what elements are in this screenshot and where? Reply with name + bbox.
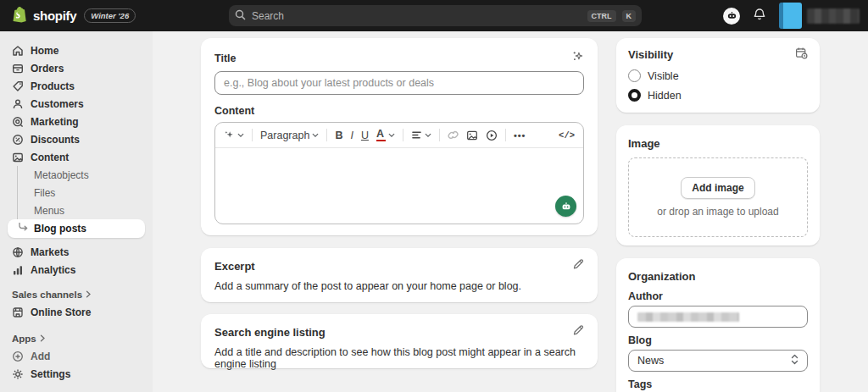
sidebar-item-markets[interactable]: Markets — [0, 243, 153, 261]
sidebar-label: Analytics — [31, 264, 75, 276]
magic-sparkle-icon[interactable] — [571, 50, 584, 66]
sidebar-item-marketing[interactable]: Marketing — [0, 113, 153, 130]
seo-card-title: Search engine listing — [214, 326, 326, 339]
home-icon — [12, 45, 24, 57]
sidebar-item-add-app[interactable]: Add — [0, 347, 153, 365]
image-card: Image Add image or drop an image to uplo… — [616, 125, 820, 246]
sidebar-label: Products — [31, 80, 75, 92]
radio-selected — [628, 89, 641, 102]
sidebar-sublabel: Files — [34, 187, 55, 199]
sidebar-item-content[interactable]: Content — [0, 148, 153, 166]
search-engine-listing-card: Search engine listing Add a title and de… — [201, 314, 598, 368]
author-field-label: Author — [628, 290, 808, 302]
visibility-card: Visibility Visible Hidden — [616, 38, 820, 113]
sidebar-label: Customers — [31, 98, 84, 110]
sidekick-ai-button[interactable] — [555, 196, 576, 217]
visibility-option-hidden[interactable]: Hidden — [628, 89, 808, 102]
apps-section-header[interactable]: Apps — [0, 329, 153, 347]
seo-description: Add a title and description to see how t… — [214, 346, 584, 370]
sales-channels-section-header[interactable]: Sales channels — [0, 285, 153, 303]
blog-select[interactable]: News — [628, 350, 808, 372]
rich-text-editor: Paragraph B I U A — [214, 122, 584, 224]
section-header-label: Apps — [12, 334, 36, 344]
content-editor-area[interactable] — [215, 148, 583, 224]
author-value-redacted — [637, 312, 739, 322]
ai-magic-button[interactable] — [224, 130, 244, 141]
search-placeholder-text: Search — [252, 10, 581, 22]
sidebar-navigation: Home Orders Products Customers Marketing… — [0, 31, 153, 392]
title-input[interactable] — [214, 71, 584, 95]
sidebar-label: Home — [31, 45, 58, 57]
online-store-icon — [12, 306, 24, 318]
sidebar-item-menus[interactable]: Menus — [0, 202, 153, 219]
top-bar: shopify Winter '26 Search CTRL K — [0, 0, 868, 31]
section-header-label: Sales channels — [12, 290, 82, 300]
bold-button[interactable]: B — [335, 130, 342, 141]
chevron-right-icon — [86, 290, 92, 300]
sidekick-assistant-button[interactable] — [723, 8, 740, 25]
sidebar-item-products[interactable]: Products — [0, 77, 153, 95]
sidebar-item-metaobjects[interactable]: Metaobjects — [0, 166, 153, 184]
account-menu[interactable] — [779, 0, 860, 31]
search-icon — [235, 8, 246, 24]
toolbar-divider — [326, 129, 327, 141]
visibility-option-visible[interactable]: Visible — [628, 69, 808, 82]
shopify-logo[interactable]: shopify Winter '26 — [12, 0, 136, 31]
title-content-card: Title Content Paragraph — [201, 38, 598, 235]
sidebar-label: Orders — [31, 63, 64, 75]
alignment-button[interactable] — [411, 130, 431, 141]
sidebar-label: Add — [31, 351, 50, 362]
editor-toolbar: Paragraph B I U A — [215, 123, 583, 148]
insert-link-button[interactable] — [448, 130, 459, 141]
sidebar-item-orders[interactable]: Orders — [0, 59, 153, 77]
content-icon — [12, 152, 24, 163]
orders-icon — [12, 63, 24, 75]
sidebar-item-discounts[interactable]: Discounts — [0, 130, 153, 148]
edit-pencil-icon[interactable] — [572, 324, 584, 340]
image-dropzone[interactable]: Add image or drop an image to upload — [628, 157, 808, 237]
organization-card-title: Organization — [628, 270, 695, 283]
shopify-wordmark: shopify — [33, 8, 76, 23]
image-card-title: Image — [628, 137, 660, 150]
drop-hint-text: or drop an image to upload — [657, 206, 778, 218]
sidebar-label: Marketing — [31, 116, 79, 128]
author-input[interactable] — [628, 306, 808, 328]
sidebar-label: Markets — [31, 246, 69, 258]
global-search[interactable]: Search CTRL K — [229, 5, 642, 26]
sidebar-item-home[interactable]: Home — [0, 41, 153, 59]
paragraph-style-dropdown[interactable]: Paragraph — [260, 130, 319, 141]
sidebar-item-analytics[interactable]: Analytics — [0, 261, 153, 279]
text-color-button[interactable]: A — [376, 130, 395, 141]
blog-field-label: Blog — [628, 334, 808, 346]
shopify-bag-icon — [12, 6, 27, 26]
sidebar-label: Settings — [31, 368, 70, 380]
toolbar-divider — [505, 129, 506, 141]
radio-label: Hidden — [648, 90, 682, 102]
sidebar-item-online-store[interactable]: Online Store — [0, 303, 153, 321]
markets-globe-icon — [12, 246, 24, 258]
sidebar-item-customers[interactable]: Customers — [0, 95, 153, 113]
notifications-bell-icon[interactable] — [753, 8, 766, 25]
chevron-right-icon — [40, 334, 46, 344]
more-options-button[interactable]: ••• — [514, 130, 526, 141]
sidebar-item-files[interactable]: Files — [0, 184, 153, 202]
italic-button[interactable]: I — [350, 130, 353, 141]
code-view-button[interactable]: </> — [559, 130, 575, 141]
sidebar-sublabel: Blog posts — [34, 223, 86, 235]
sidebar-item-settings[interactable]: Settings — [0, 365, 153, 383]
text-color-letter: A — [376, 128, 384, 140]
edit-pencil-icon[interactable] — [572, 258, 584, 273]
tree-arrow-icon — [19, 223, 28, 235]
content-field-label: Content — [214, 105, 584, 117]
paragraph-style-value: Paragraph — [260, 130, 309, 141]
shopify-admin-window: shopify Winter '26 Search CTRL K — [0, 0, 868, 392]
release-badge: Winter '26 — [84, 8, 136, 23]
sidebar-item-blog-posts-selected[interactable]: Blog posts — [8, 219, 145, 238]
sidebar-sublabel: Metaobjects — [34, 169, 89, 181]
insert-video-button[interactable] — [486, 130, 498, 141]
underline-button[interactable]: U — [361, 130, 369, 141]
add-image-button[interactable]: Add image — [681, 177, 754, 199]
sidebar-label: Discounts — [31, 134, 80, 146]
schedule-calendar-icon[interactable] — [795, 47, 808, 63]
insert-image-button[interactable] — [466, 130, 478, 141]
